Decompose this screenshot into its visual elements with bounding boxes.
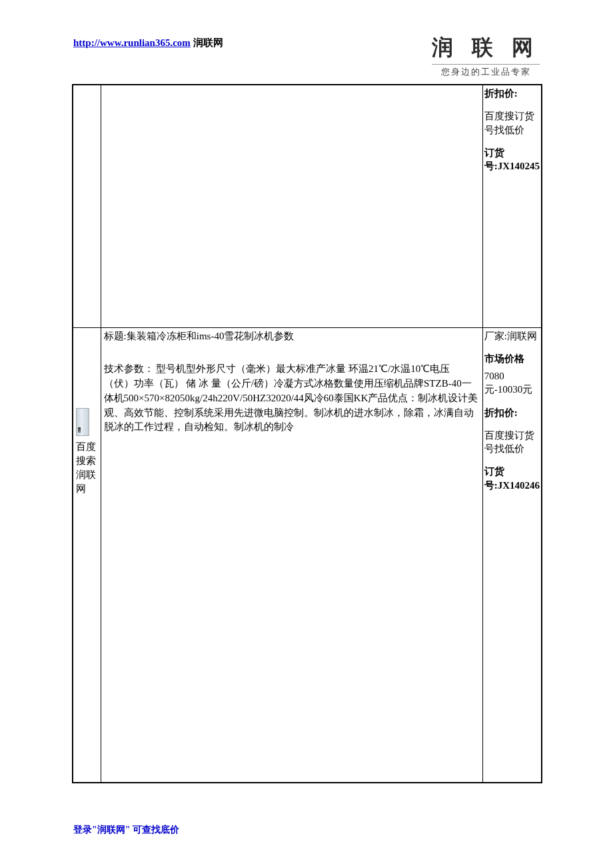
main-table: 折扣价: 百度搜订货号找低价 订货号:JX140245 百度搜索润联网 标题:集… [72, 84, 542, 783]
product-title-line: 标题:集装箱冷冻柜和ims-40雪花制冰机参数 [104, 329, 480, 344]
header-left: http://www.runlian365.com润联网 [73, 37, 223, 49]
market-price-block: 市场价格 7080元-10030元 [484, 352, 540, 397]
table-row: 百度搜索润联网 标题:集装箱冷冻柜和ims-40雪花制冰机参数 技术参数： 型号… [73, 327, 542, 783]
cell-right-2: 厂家:润联网 市场价格 7080元-10030元 折扣价: 百度搜订货号找低价 … [482, 327, 542, 783]
search-hint: 百度搜订货号找低价 [484, 429, 540, 456]
discount-label: 折扣价: [484, 406, 540, 419]
order-no-block: 订货号:JX140245 [484, 146, 540, 173]
footer-text: 登录"润联网" 可查找底价 [73, 824, 179, 836]
order-number: JX140246 [498, 480, 540, 491]
mfr-label: 厂家: [484, 331, 507, 341]
page-header: http://www.runlian365.com润联网 润 联 网 您身边的工… [73, 37, 540, 78]
left-content-1 [73, 85, 101, 88]
site-url-link[interactable]: http://www.runlian365.com [73, 37, 191, 48]
mid-content-2: 标题:集装箱冷冻柜和ims-40雪花制冰机参数 技术参数： 型号机型外形尺寸（毫… [101, 328, 482, 437]
right-content-1: 折扣价: 百度搜订货号找低价 订货号:JX140245 [483, 85, 541, 174]
market-value: 7080元-10030元 [484, 369, 540, 397]
order-number: JX140245 [498, 161, 540, 171]
search-hint: 百度搜订货号找低价 [484, 109, 540, 137]
mfr-value: 润联网 [507, 331, 537, 341]
title-prefix: 标题: [104, 331, 127, 341]
product-body: 技术参数： 型号机型外形尺寸（毫米）最大标准产冰量 环温21℃/水温10℃电压（… [104, 362, 480, 435]
cell-mid-1 [101, 85, 482, 327]
discount-label: 折扣价: [484, 87, 540, 100]
manufacturer-block: 厂家:润联网 [484, 329, 540, 343]
left-content-2: 百度搜索润联网 [73, 328, 101, 497]
product-title: 集装箱冷冻柜和ims-40雪花制冰机参数 [127, 331, 295, 341]
left-search-text: 百度搜索润联网 [76, 440, 98, 496]
cell-mid-2: 标题:集装箱冷冻柜和ims-40雪花制冰机参数 技术参数： 型号机型外形尺寸（毫… [101, 327, 482, 783]
cell-left-1 [73, 85, 101, 327]
logo-subtitle: 您身边的工业品专家 [432, 66, 540, 78]
table-row: 折扣价: 百度搜订货号找低价 订货号:JX140245 [73, 85, 542, 327]
cell-left-2: 百度搜索润联网 [73, 327, 101, 783]
cell-right-1: 折扣价: 百度搜订货号找低价 订货号:JX140245 [482, 85, 542, 327]
logo-block: 润 联 网 您身边的工业品专家 [432, 33, 540, 78]
right-content-2: 厂家:润联网 市场价格 7080元-10030元 折扣价: 百度搜订货号找低价 … [483, 328, 541, 493]
site-url-suffix: 润联网 [193, 37, 223, 48]
mid-content-1 [101, 85, 482, 88]
order-no-block: 订货号:JX140246 [484, 465, 540, 492]
market-label: 市场价格 [484, 352, 540, 365]
product-thumbnail [76, 408, 89, 436]
logo-main: 润 联 网 [432, 33, 540, 65]
